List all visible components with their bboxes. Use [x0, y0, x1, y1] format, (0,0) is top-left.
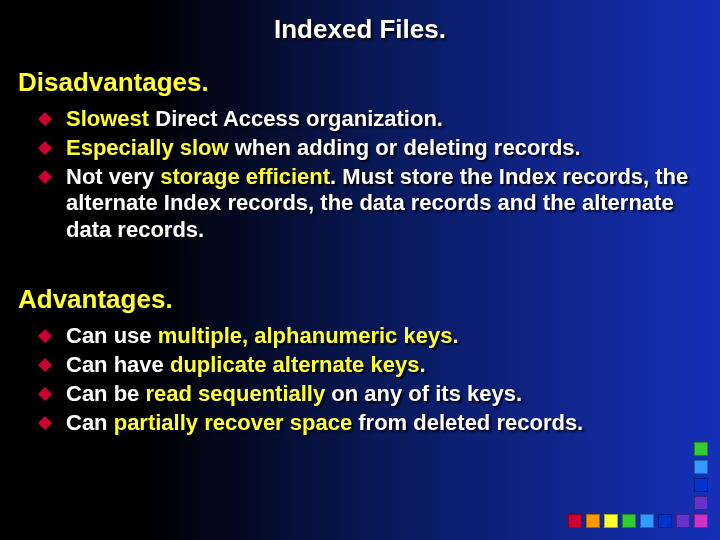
- deco-square: [676, 514, 690, 528]
- list-item: Especially slow when adding or deleting …: [38, 135, 696, 162]
- plain-text: .: [452, 323, 458, 348]
- svg-marker-4: [38, 358, 52, 372]
- list-item-text: Especially slow when adding or deleting …: [66, 135, 696, 162]
- list-item-text: Can use multiple, alphanumeric keys.: [66, 323, 696, 350]
- list-item: Can be read sequentially on any of its k…: [38, 381, 696, 408]
- deco-square: [568, 514, 582, 528]
- list-item: Can use multiple, alphanumeric keys.: [38, 323, 696, 350]
- deco-square: [604, 514, 618, 528]
- highlighted-text: multiple, alphanumeric keys: [158, 323, 453, 348]
- disadvantages-list: Slowest Direct Access organization.Espec…: [0, 106, 720, 244]
- svg-marker-0: [38, 112, 52, 126]
- list-item-text: Slowest Direct Access organization.: [66, 106, 696, 133]
- deco-square: [694, 514, 708, 528]
- svg-marker-5: [38, 387, 52, 401]
- deco-square: [694, 442, 708, 456]
- diamond-bullet-icon: [38, 352, 66, 372]
- deco-square: [658, 514, 672, 528]
- list-item-text: Can partially recover space from deleted…: [66, 410, 696, 437]
- diamond-bullet-icon: [38, 135, 66, 155]
- diamond-bullet-icon: [38, 381, 66, 401]
- list-item: Slowest Direct Access organization.: [38, 106, 696, 133]
- plain-text: Can have: [66, 352, 170, 377]
- highlighted-text: duplicate alternate keys: [170, 352, 419, 377]
- highlighted-text: storage efficient: [160, 164, 330, 189]
- svg-marker-6: [38, 416, 52, 430]
- plain-text: on any of its keys.: [325, 381, 522, 406]
- plain-text: .: [419, 352, 425, 377]
- list-item: Not very storage efficient. Must store t…: [38, 164, 696, 244]
- plain-text: Can use: [66, 323, 158, 348]
- plain-text: Not: [66, 164, 103, 189]
- list-item-text: Can have duplicate alternate keys.: [66, 352, 696, 379]
- svg-marker-2: [38, 170, 52, 184]
- section-heading-disadvantages: Disadvantages.: [18, 67, 720, 98]
- deco-square: [694, 496, 708, 510]
- list-item-text: Can be read sequentially on any of its k…: [66, 381, 696, 408]
- svg-marker-3: [38, 329, 52, 343]
- highlighted-text: Slowest: [66, 106, 149, 131]
- svg-marker-1: [38, 141, 52, 155]
- plain-text: Can be: [66, 381, 145, 406]
- highlighted-text: partially recover space: [114, 410, 352, 435]
- highlighted-text: Especially slow: [66, 135, 229, 160]
- diamond-bullet-icon: [38, 410, 66, 430]
- diamond-bullet-icon: [38, 106, 66, 126]
- deco-square: [586, 514, 600, 528]
- diamond-bullet-icon: [38, 323, 66, 343]
- decorative-squares: [566, 440, 710, 530]
- deco-square: [622, 514, 636, 528]
- plain-text: when adding or deleting records.: [229, 135, 581, 160]
- slide-title: Indexed Files.: [0, 0, 720, 45]
- plain-text: from deleted records.: [352, 410, 583, 435]
- list-item: Can have duplicate alternate keys.: [38, 352, 696, 379]
- section-heading-advantages: Advantages.: [18, 284, 720, 315]
- plain-text: Direct Access organization.: [149, 106, 443, 131]
- plain-text: very: [103, 164, 161, 189]
- diamond-bullet-icon: [38, 164, 66, 184]
- highlighted-text: read sequentially: [145, 381, 325, 406]
- advantages-list: Can use multiple, alphanumeric keys.Can …: [0, 323, 720, 436]
- list-item-text: Not very storage efficient. Must store t…: [66, 164, 696, 244]
- deco-square: [694, 460, 708, 474]
- list-item: Can partially recover space from deleted…: [38, 410, 696, 437]
- deco-square: [640, 514, 654, 528]
- plain-text: Can: [66, 410, 114, 435]
- deco-square: [694, 478, 708, 492]
